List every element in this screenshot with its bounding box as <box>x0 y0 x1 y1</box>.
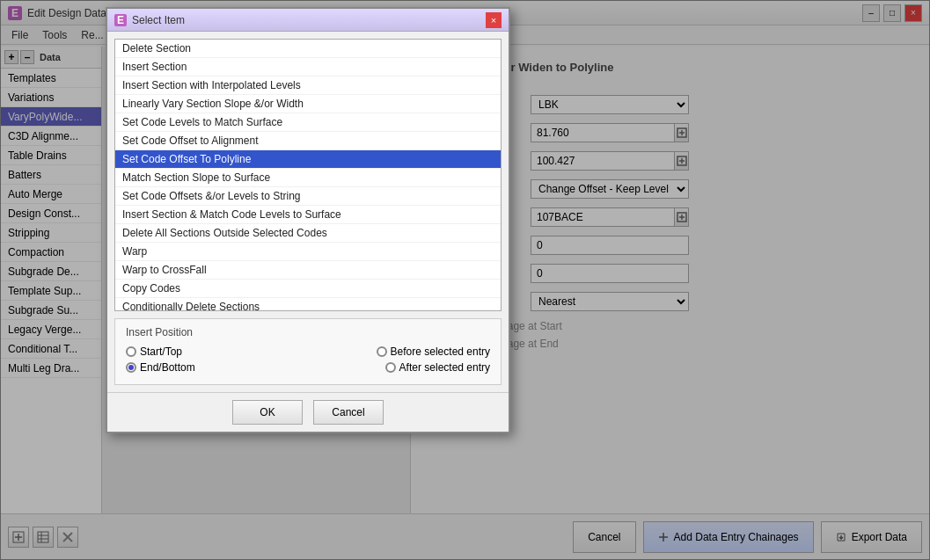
list-item-linearly-vary[interactable]: Linearly Vary Section Slope &/or Width <box>115 95 501 113</box>
select-dialog: E Select Item × Delete Section Insert Se… <box>106 7 510 433</box>
dialog-cancel-button[interactable]: Cancel <box>313 400 384 425</box>
dialog-icon: E <box>114 14 127 26</box>
insert-position-panel: Insert Position Start/Top Before selecte… <box>114 318 502 385</box>
radio-start-top-label: Start/Top <box>140 345 182 358</box>
list-item-warp[interactable]: Warp <box>115 243 501 261</box>
insert-position-title: Insert Position <box>126 326 490 338</box>
list-item-delete-all-sections[interactable]: Delete All Sections Outside Selected Cod… <box>115 224 501 243</box>
list-item-insert-section[interactable]: Insert Section <box>115 58 501 76</box>
list-item-set-code-offset-alignment[interactable]: Set Code Offset to Alignment <box>115 132 501 150</box>
radio-after-selected[interactable]: After selected entry <box>385 361 490 374</box>
select-item-list[interactable]: Delete Section Insert Section Insert Sec… <box>114 39 502 311</box>
dialog-ok-button[interactable]: OK <box>232 400 303 425</box>
radio-after-selected-label: After selected entry <box>399 361 490 374</box>
radio-start-top-circle <box>126 346 136 357</box>
dialog-close-button[interactable]: × <box>486 12 502 28</box>
list-item-warp-crossfall[interactable]: Warp to CrossFall <box>115 261 501 280</box>
radio-start-top[interactable]: Start/Top <box>126 345 182 358</box>
list-item-insert-section-interpolated[interactable]: Insert Section with Interpolated Levels <box>115 76 501 95</box>
list-item-conditionally-delete[interactable]: Conditionally Delete Sections <box>115 298 501 311</box>
radio-before-selected-circle <box>377 346 387 357</box>
list-item-copy-codes[interactable]: Copy Codes <box>115 280 501 298</box>
dialog-titlebar: E Select Item × <box>107 9 509 32</box>
dialog-buttons: OK Cancel <box>107 392 509 432</box>
list-item-set-code-offset-polyline[interactable]: Set Code Offset To Polyline <box>115 150 501 169</box>
list-item-match-section-slope[interactable]: Match Section Slope to Surface <box>115 169 501 187</box>
list-item-delete-section[interactable]: Delete Section <box>115 40 501 58</box>
list-item-insert-section-match[interactable]: Insert Section & Match Code Levels to Su… <box>115 206 501 224</box>
radio-after-selected-circle <box>385 362 396 373</box>
dialog-title: Select Item <box>132 14 486 26</box>
radio-end-bottom-circle <box>126 362 136 373</box>
insert-position-row2: End/Bottom After selected entry <box>126 361 490 374</box>
radio-end-bottom[interactable]: End/Bottom <box>126 361 195 374</box>
insert-position-row1: Start/Top Before selected entry <box>126 345 490 358</box>
radio-end-bottom-label: End/Bottom <box>140 361 195 374</box>
radio-before-selected[interactable]: Before selected entry <box>377 345 490 358</box>
list-item-set-code-levels[interactable]: Set Code Levels to Match Surface <box>115 113 501 132</box>
list-item-set-code-offsets-string[interactable]: Set Code Offsets &/or Levels to String <box>115 187 501 206</box>
radio-before-selected-label: Before selected entry <box>391 345 490 358</box>
